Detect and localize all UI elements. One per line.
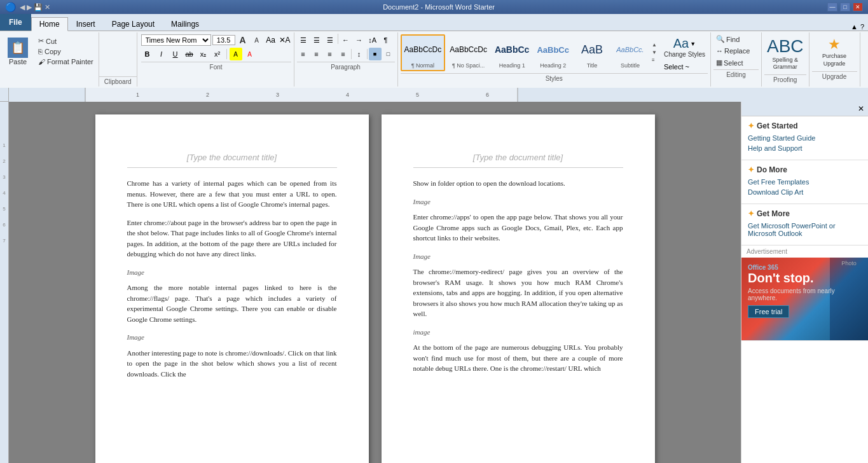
horizontal-ruler: 1 2 3 4 5 6 xyxy=(9,88,868,101)
show-marks-button[interactable]: ¶ xyxy=(380,34,392,46)
select-all-icon: ▦ xyxy=(716,59,722,67)
style-subtitle[interactable]: AaBbCc. Subtitle xyxy=(612,35,649,71)
ad-cta-button[interactable]: Free trial xyxy=(748,305,789,318)
subscript-button[interactable]: x₂ xyxy=(197,48,210,60)
ribbon-expand-btn[interactable]: ▲ xyxy=(851,23,858,31)
styles-group: AaBbCcDc ¶ Normal AaBbCcDc ¶ No Spaci...… xyxy=(398,32,711,86)
bullets-button[interactable]: ☰ xyxy=(297,34,310,46)
get-more-title: ✦ Get More xyxy=(748,209,862,218)
style-normal[interactable]: AaBbCcDc ¶ Normal xyxy=(401,34,446,71)
tab-file[interactable]: File xyxy=(0,14,31,31)
ad-product: Office 365 xyxy=(748,264,778,271)
grow-font-button[interactable]: A xyxy=(237,34,249,46)
minimize-btn[interactable]: — xyxy=(827,3,837,11)
img-placeholder-r2: Image xyxy=(413,251,623,262)
clip-art-link[interactable]: Download Clip Art xyxy=(748,188,862,196)
svg-text:5: 5 xyxy=(416,92,419,98)
upgrade-group: ★ PurchaseUpgrade Upgrade xyxy=(809,32,860,86)
text-highlight-button[interactable]: A xyxy=(230,48,242,60)
ad-label: Advertisement xyxy=(741,245,868,258)
tab-insert[interactable]: Insert xyxy=(68,17,104,31)
line-spacing-button[interactable]: ↕ xyxy=(353,48,366,60)
spelling-label: Spelling &Grammar xyxy=(772,57,798,71)
do-more-icon: ✦ xyxy=(748,165,754,174)
style-title[interactable]: AaB Title xyxy=(574,35,610,71)
free-templates-link[interactable]: Get Free Templates xyxy=(748,178,862,186)
change-styles-button[interactable]: Aa ▼ Change Styles xyxy=(661,34,708,60)
page-left-title[interactable]: [Type the document title] xyxy=(127,153,337,168)
find-button[interactable]: 🔍 Find xyxy=(713,34,752,45)
style-h2-preview: AaBbCc xyxy=(537,37,569,62)
do-more-title: ✦ Do More xyxy=(748,165,862,174)
svg-text:3: 3 xyxy=(276,92,279,98)
font-size-input[interactable] xyxy=(212,35,235,45)
bold-button[interactable]: B xyxy=(141,48,154,60)
cut-button[interactable]: ✂ Cut xyxy=(36,36,96,46)
multilevel-list-button[interactable]: ☰ xyxy=(324,34,336,46)
tab-home[interactable]: Home xyxy=(31,17,68,31)
paste-button[interactable]: 📋 Paste xyxy=(3,35,33,68)
change-case-button[interactable]: Aa xyxy=(265,34,277,46)
style-heading1[interactable]: AaBbCc Heading 1 xyxy=(492,35,532,71)
getting-started-guide-link[interactable]: Getting Started Guide xyxy=(748,134,862,142)
format-painter-button[interactable]: 🖌 Format Painter xyxy=(36,57,96,66)
style-no-spacing[interactable]: AaBbCcDc ¶ No Spaci... xyxy=(446,35,490,71)
sidebar-get-more: ✦ Get More Get Microsoft PowerPoint or M… xyxy=(741,204,868,245)
styles-scroll-up[interactable]: ▲ xyxy=(651,42,658,48)
style-h1-label: Heading 1 xyxy=(499,62,525,69)
shrink-font-button[interactable]: A xyxy=(251,34,263,46)
shading-button[interactable]: ■ xyxy=(369,48,382,60)
ribbon-tabs: File Home Insert Page Layout Mailings ▲ … xyxy=(0,14,868,31)
select-button[interactable]: Select ~ xyxy=(661,62,708,72)
strikethrough-button[interactable]: ab xyxy=(183,48,196,60)
style-normal-preview: AaBbCcDc xyxy=(404,37,442,62)
font-color-button[interactable]: A xyxy=(244,48,256,60)
underline-button[interactable]: U xyxy=(169,48,182,60)
close-btn[interactable]: ✕ xyxy=(853,3,863,11)
ms-office-link[interactable]: Get Microsoft PowerPoint or Microsoft Ou… xyxy=(748,222,862,237)
copy-button[interactable]: ⎘ Copy xyxy=(36,47,96,56)
page-left: [Type the document title] Chrome has a v… xyxy=(95,114,369,463)
style-heading2[interactable]: AaBbCc Heading 2 xyxy=(534,35,572,71)
align-center-button[interactable]: ≡ xyxy=(310,48,323,60)
clipboard-group: 📋 Paste ✂ Cut ⎘ Copy 🖌 Format Painter xyxy=(0,32,99,86)
para-r4: At the bottom of the page are numerous d… xyxy=(413,342,623,374)
style-h1-preview: AaBbCc xyxy=(495,37,529,62)
italic-button[interactable]: I xyxy=(155,48,168,60)
font-family-select[interactable]: Times New Rom xyxy=(141,34,211,46)
sidebar-close-button[interactable]: ✕ xyxy=(855,103,867,114)
select-all-button[interactable]: ▦ Select xyxy=(713,57,752,68)
style-nospace-preview: AaBbCcDc xyxy=(450,37,487,62)
replace-button[interactable]: ↔ Replace xyxy=(713,46,752,56)
align-left-button[interactable]: ≡ xyxy=(297,48,310,60)
increase-indent-button[interactable]: → xyxy=(353,34,366,46)
help-btn[interactable]: ? xyxy=(860,23,864,31)
help-support-link[interactable]: Help and Support xyxy=(748,144,862,152)
find-icon: 🔍 xyxy=(716,35,725,43)
styles-scroll-down[interactable]: ▼ xyxy=(651,50,658,56)
svg-text:1: 1 xyxy=(136,92,139,98)
purchase-upgrade-button[interactable]: ★ PurchaseUpgrade xyxy=(820,34,849,70)
sort-button[interactable]: ↕A xyxy=(366,34,379,46)
styles-scroll-more[interactable]: ≡ xyxy=(651,57,658,64)
borders-button[interactable]: □ xyxy=(382,48,395,60)
superscript-button[interactable]: x² xyxy=(211,48,224,60)
svg-text:2: 2 xyxy=(206,92,209,98)
page-right-content: Show in folder option to open the downlo… xyxy=(413,178,623,374)
proofing-label: Proofing xyxy=(764,74,806,83)
decrease-indent-button[interactable]: ← xyxy=(340,34,352,46)
page-right-title[interactable]: [Type the document title] xyxy=(413,153,623,168)
maximize-btn[interactable]: □ xyxy=(840,3,850,11)
para-r3: The chrome://memory-redirect/ page gives… xyxy=(413,266,623,319)
tab-page-layout[interactable]: Page Layout xyxy=(104,17,163,31)
document-area[interactable]: [Type the document title] Chrome has a v… xyxy=(9,102,741,463)
justify-button[interactable]: ≡ xyxy=(337,48,350,60)
numbering-button[interactable]: ☰ xyxy=(310,34,323,46)
clear-format-button[interactable]: ✕A xyxy=(279,34,291,46)
tab-mailings[interactable]: Mailings xyxy=(163,17,207,31)
para-1: Chrome has a variety of internal pages w… xyxy=(127,178,337,210)
spelling-button[interactable]: ABC Spelling &Grammar xyxy=(764,34,806,73)
align-right-button[interactable]: ≡ xyxy=(324,48,336,60)
window-title: Document2 - Microsoft Word Starter xyxy=(50,3,827,11)
sidebar-get-started: ✦ Get Started Getting Started Guide Help… xyxy=(741,116,868,160)
